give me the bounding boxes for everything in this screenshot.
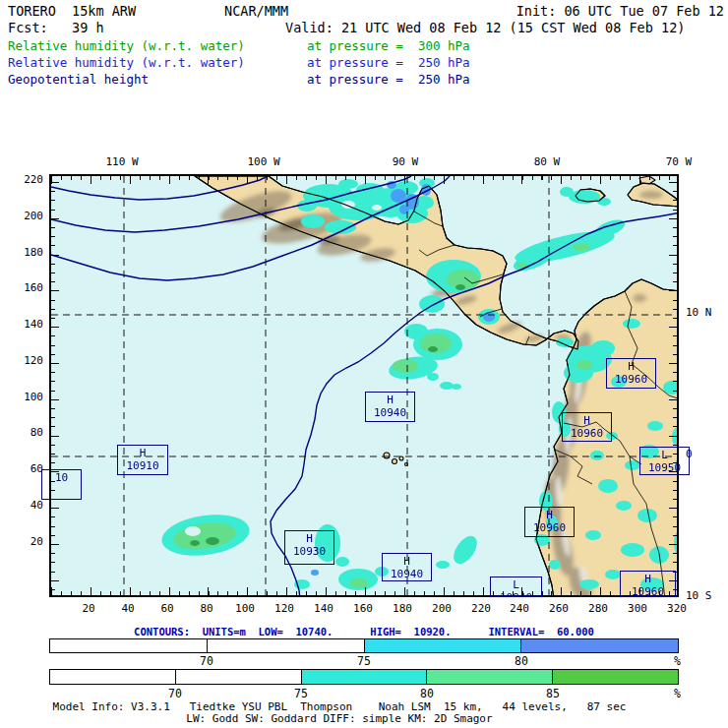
- x-tick: 120: [274, 602, 294, 615]
- field-3-level: at pressure = 250 hPa: [307, 73, 470, 87]
- colorbar-tick: 70: [168, 687, 182, 700]
- model-info-line2: LW: Godd SW: Goddard DIFF: simple KM: 2D…: [0, 712, 679, 725]
- y-tick: 180: [0, 246, 43, 259]
- colorbar-segment: [50, 670, 175, 684]
- field-2-label: Relative humidity (w.r.t. water): [8, 56, 245, 70]
- x-tick: 240: [510, 602, 529, 615]
- field-3-label: Geopotential height: [8, 73, 149, 87]
- top-major-ticks: [51, 176, 679, 184]
- colorbar-tick: 80: [515, 654, 528, 668]
- colorbar-segment: [301, 670, 427, 684]
- colorbar-rh300: [49, 669, 679, 685]
- y-tick: 20: [0, 535, 43, 548]
- y-tick: 40: [0, 499, 43, 512]
- field-1-label: Relative humidity (w.r.t. water): [8, 39, 245, 53]
- field-1-level: at pressure = 300 hPa: [307, 39, 470, 53]
- lat-label: 0: [686, 448, 693, 460]
- colorbar-segment: [426, 670, 552, 684]
- colorbar-tick: 75: [357, 654, 371, 668]
- y-tick: 160: [0, 281, 43, 294]
- colorbar-segment: [175, 670, 301, 684]
- y-tick: 120: [0, 354, 43, 367]
- colorbar-tick: 80: [420, 687, 434, 700]
- right-major-ticks: [669, 176, 677, 597]
- x-tick: 200: [432, 602, 452, 615]
- x-tick: 260: [549, 602, 569, 615]
- model-id: TORERO 15km ARW: [8, 4, 136, 19]
- contour-info: CONTOURS: UNITS=m LOW= 10740. HIGH= 1092…: [49, 626, 679, 637]
- colorbar-tick: 70: [200, 654, 213, 668]
- x-tick: 300: [628, 602, 647, 615]
- y-tick: 60: [0, 462, 43, 475]
- y-tick: 140: [0, 318, 43, 331]
- x-tick: 280: [588, 602, 608, 615]
- colorbar-tick: 85: [546, 687, 560, 700]
- colorbar-unit: %: [659, 654, 681, 668]
- colorbar-segment: [552, 670, 678, 684]
- fcst-hour: Fcst: 39 h: [8, 21, 104, 35]
- colorbar-rh250: [49, 638, 679, 653]
- colorbar-segment: [207, 639, 364, 652]
- field-2-level: at pressure = 250 hPa: [307, 56, 470, 70]
- x-tick: 140: [314, 602, 334, 615]
- galapagos-islands: [384, 453, 408, 466]
- lon-label: 80 W: [534, 155, 561, 168]
- x-tick: 180: [393, 602, 412, 615]
- init-time: Init: 06 UTC Tue 07 Feb 12: [516, 4, 724, 19]
- weather-model-plot: TORERO 15km ARW NCAR/MMM Init: 06 UTC Tu…: [0, 0, 728, 728]
- y-tick: 220: [0, 173, 43, 186]
- colorbar-unit: %: [659, 687, 681, 700]
- x-tick: 160: [353, 602, 373, 615]
- lon-label: 70 W: [666, 155, 693, 168]
- y-tick: 200: [0, 210, 43, 222]
- valid-time: Valid: 21 UTC Wed 08 Feb 12 (15 CST Wed …: [285, 21, 685, 35]
- lat-label: 10 N: [686, 306, 712, 319]
- x-tick: 80: [200, 602, 212, 615]
- colorbar-segment: [520, 639, 678, 652]
- x-tick: 60: [160, 602, 173, 615]
- x-tick: 100: [235, 602, 255, 615]
- x-tick: 20: [82, 602, 94, 615]
- colorbar-tick: 75: [294, 687, 308, 700]
- y-tick: 100: [0, 391, 43, 403]
- colorbar-segment: [364, 639, 521, 652]
- map-graphics: [51, 176, 679, 597]
- lon-label: 100 W: [247, 155, 279, 168]
- map-panel: [49, 174, 679, 597]
- x-tick: 320: [667, 602, 687, 615]
- colorbar-segment: [50, 639, 207, 652]
- left-major-ticks: [51, 176, 59, 597]
- lat-label: 10 S: [686, 589, 712, 602]
- lon-label: 110 W: [105, 155, 138, 168]
- lon-label: 90 W: [393, 155, 419, 168]
- bottom-major-ticks: [51, 587, 679, 595]
- x-tick: 220: [471, 602, 491, 615]
- org-name: NCAR/MMM: [224, 4, 288, 19]
- x-tick: 40: [121, 602, 134, 615]
- y-tick: 80: [0, 426, 43, 439]
